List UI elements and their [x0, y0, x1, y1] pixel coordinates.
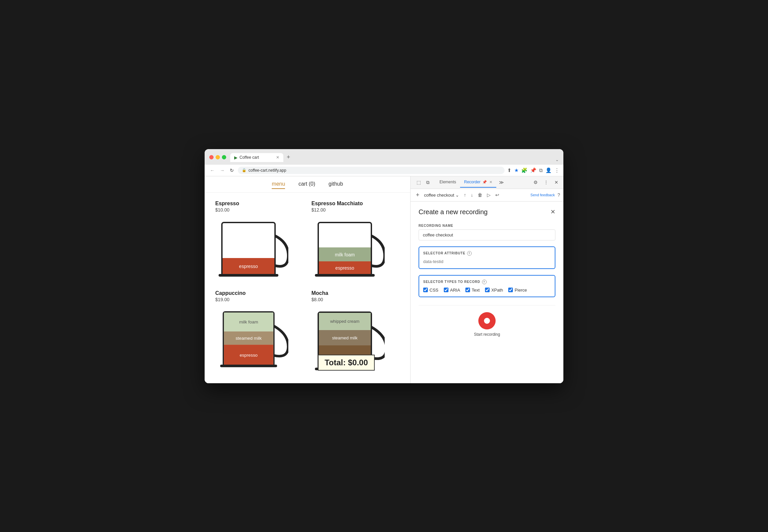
checkboxes-row: CSS ARIA Text XPath — [423, 288, 551, 293]
nav-github[interactable]: github — [329, 181, 343, 189]
url-text: coffee-cart.netlify.app — [248, 168, 286, 173]
recorder-export-button[interactable]: ↑ — [462, 191, 468, 199]
maximize-window-button[interactable] — [222, 155, 226, 159]
coffee-cup-cappuccino: milk foam steamed milk espresso — [215, 306, 288, 372]
bookmark-icon[interactable]: ★ — [514, 167, 519, 173]
selector-types-section: SELECTOR TYPES TO RECORD ? CSS ARIA — [419, 275, 555, 297]
coffee-card-cappuccino[interactable]: Cappuccino $19.00 milk foam steam — [215, 290, 304, 375]
tab-elements[interactable]: Elements — [435, 177, 460, 188]
lock-icon: 🔒 — [242, 168, 246, 172]
checkbox-xpath[interactable]: XPath — [485, 288, 503, 293]
checkbox-pierce-input[interactable] — [508, 288, 513, 292]
forward-button[interactable]: → — [219, 167, 226, 174]
pin-icon[interactable]: 📌 — [530, 167, 536, 173]
minimize-window-button[interactable] — [216, 155, 220, 159]
coffee-card-espresso[interactable]: Espresso $10.00 espresso — [215, 201, 304, 282]
checkbox-css[interactable]: CSS — [423, 288, 438, 293]
coffee-grid: Espresso $10.00 espresso — [205, 193, 410, 383]
devtools-tabs: ⬚ ⧉ Elements Recorder 📌 ✕ ≫ ⚙ ⋮ ✕ — [411, 176, 563, 189]
checkbox-aria[interactable]: ARIA — [444, 288, 460, 293]
browser-window: ▶ Coffee cart ✕ + ⌄ ← → ↻ 🔒 coffee-cart.… — [205, 149, 563, 383]
checkbox-pierce[interactable]: Pierce — [508, 288, 527, 293]
selector-attr-label: SELECTOR ATTRIBUTE ? — [423, 251, 551, 256]
svg-text:espresso: espresso — [240, 353, 257, 358]
coffee-name-espresso: Espresso — [215, 201, 304, 207]
recording-name-input[interactable] — [419, 229, 555, 240]
svg-text:espresso: espresso — [239, 264, 258, 269]
recorder-name-label: coffee checkout — [424, 193, 454, 198]
send-feedback-link[interactable]: Send feedback — [530, 193, 555, 197]
devtools-close-button[interactable]: ✕ — [552, 178, 561, 186]
svg-text:steamed milk: steamed milk — [332, 335, 357, 340]
extensions-icon[interactable]: 🧩 — [521, 167, 528, 173]
profile-icon[interactable]: 👤 — [545, 167, 552, 173]
new-tab-button[interactable]: + — [283, 152, 294, 162]
svg-text:milk foam: milk foam — [335, 252, 355, 257]
selector-types-label: SELECTOR TYPES TO RECORD ? — [423, 280, 551, 284]
inspect-element-button[interactable]: ⬚ — [415, 178, 423, 187]
tab-recorder-close[interactable]: ✕ — [489, 180, 492, 184]
checkbox-text-input[interactable] — [465, 288, 470, 292]
device-mode-button[interactable]: ⧉ — [424, 178, 432, 187]
checkbox-aria-input[interactable] — [444, 288, 448, 292]
dialog-header: Create a new recording ✕ — [419, 208, 555, 216]
close-window-button[interactable] — [209, 155, 214, 159]
svg-text:espresso: espresso — [335, 265, 354, 271]
share-icon[interactable]: ⬆ — [507, 167, 512, 173]
coffee-name-macchiato: Espresso Macchiato — [312, 201, 400, 207]
start-recording-area: Start recording — [419, 305, 555, 340]
recorder-play-button[interactable]: ▷ — [485, 191, 493, 199]
selector-types-help-icon[interactable]: ? — [482, 280, 487, 284]
coffee-cup-macchiato: milk foam espresso — [312, 216, 385, 282]
tab-overflow-button[interactable]: ⌄ — [555, 157, 559, 162]
coffee-card-mocha[interactable]: Mocha $8.00 whipped cream steamed — [312, 290, 400, 375]
recorder-import-button[interactable]: ↓ — [469, 191, 475, 199]
devtools-left-icons: ⬚ ⧉ — [413, 176, 433, 189]
recorder-pin-icon: 📌 — [482, 180, 487, 184]
recorder-toolbar-icons: ↑ ↓ 🗑 ▷ ↩ — [462, 191, 501, 199]
devtools-settings-button[interactable]: ⚙ — [531, 178, 540, 186]
nav-menu[interactable]: menu — [272, 181, 285, 189]
address-field[interactable]: 🔒 coffee-cart.netlify.app — [238, 167, 505, 174]
more-options-icon[interactable]: ⋮ — [554, 167, 559, 173]
dialog-title: Create a new recording — [419, 208, 488, 216]
devtools-panel: ⬚ ⧉ Elements Recorder 📌 ✕ ≫ ⚙ ⋮ ✕ + — [411, 176, 563, 383]
selector-attr-input[interactable] — [423, 259, 551, 264]
refresh-button[interactable]: ↻ — [229, 167, 235, 174]
coffee-name-mocha: Mocha — [312, 290, 400, 296]
split-view-icon[interactable]: ⧉ — [539, 167, 543, 173]
browser-tab-active[interactable]: ▶ Coffee cart ✕ — [230, 153, 283, 162]
title-bar: ▶ Coffee cart ✕ + ⌄ — [205, 149, 563, 165]
coffee-price-macchiato: $12.00 — [312, 207, 400, 213]
svg-text:steamed milk: steamed milk — [236, 335, 262, 340]
recorder-add-button[interactable]: + — [414, 191, 422, 199]
recorder-replay-button[interactable]: ↩ — [493, 191, 501, 199]
coffee-card-macchiato[interactable]: Espresso Macchiato $12.00 milk foam espr… — [312, 201, 400, 282]
checkbox-xpath-input[interactable] — [485, 288, 490, 292]
recorder-help-button[interactable]: ? — [557, 192, 560, 198]
svg-text:milk foam: milk foam — [239, 319, 258, 324]
back-button[interactable]: ← — [209, 167, 216, 174]
svg-rect-5 — [219, 274, 278, 277]
address-bar: ← → ↻ 🔒 coffee-cart.netlify.app ⬆ ★ 🧩 📌 … — [205, 165, 563, 176]
start-recording-button[interactable] — [478, 312, 496, 329]
devtools-more-tabs-button[interactable]: ≫ — [496, 178, 507, 187]
checkbox-text[interactable]: Text — [465, 288, 480, 293]
tab-recorder[interactable]: Recorder 📌 ✕ — [460, 177, 496, 188]
tab-close-button[interactable]: ✕ — [276, 155, 279, 160]
selector-attribute-section: SELECTOR ATTRIBUTE ? — [419, 246, 555, 269]
selector-attr-help-icon[interactable]: ? — [467, 251, 472, 256]
recording-name-label: RECORDING NAME — [419, 224, 555, 227]
dialog-close-button[interactable]: ✕ — [550, 208, 555, 216]
nav-cart[interactable]: cart (0) — [298, 181, 315, 189]
recorder-name-dropdown[interactable]: coffee checkout ⌄ — [424, 193, 459, 198]
chevron-down-icon: ⌄ — [455, 193, 459, 198]
recorder-delete-button[interactable]: 🗑 — [476, 191, 484, 199]
site-nav: menu cart (0) github — [205, 176, 410, 193]
devtools-more-options-button[interactable]: ⋮ — [541, 178, 551, 186]
tab-title: Coffee cart — [240, 155, 259, 160]
coffee-name-cappuccino: Cappuccino — [215, 290, 304, 296]
recorder-toolbar: + coffee checkout ⌄ ↑ ↓ 🗑 ▷ ↩ Send feedb… — [411, 189, 563, 202]
coffee-price-espresso: $10.00 — [215, 207, 304, 213]
checkbox-css-input[interactable] — [423, 288, 428, 292]
